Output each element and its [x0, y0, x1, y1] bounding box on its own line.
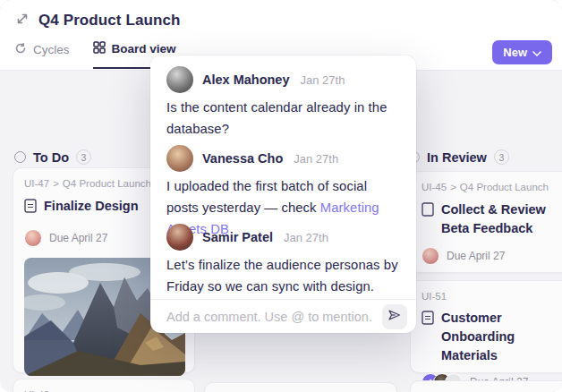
- card-project: Q4 Product Launch: [63, 178, 151, 189]
- comment-author: Alex Mahoney: [202, 72, 290, 87]
- card-collect-review-beta[interactable]: UI-45>Q4 Product Launch Collect & Review…: [410, 171, 562, 273]
- column-title: To Do: [33, 150, 69, 165]
- due-date: Due April 27: [447, 250, 505, 262]
- comment-date: Jan 27th: [294, 152, 338, 166]
- new-button[interactable]: New: [492, 40, 552, 64]
- document-icon: [422, 311, 434, 365]
- avatar: [166, 145, 193, 172]
- comment-author: Vanessa Cho: [202, 151, 283, 166]
- card-id: UI-51: [422, 291, 561, 302]
- comment-body: Let’s finalize the audience personas by …: [166, 254, 402, 297]
- expand-diagonal-arrow-icon[interactable]: [15, 12, 30, 30]
- comment-date: Jan 27th: [301, 73, 345, 87]
- avatar: [166, 224, 193, 251]
- column-count-badge: 3: [494, 149, 509, 165]
- comment-date: Jan 27th: [284, 231, 328, 244]
- column-title: In Review: [427, 150, 487, 165]
- assignee-avatar: [422, 247, 439, 265]
- tab-cycles[interactable]: Cycles: [14, 41, 70, 69]
- todo-status-circle-icon: [14, 151, 26, 163]
- card-press-release[interactable]: Finalize Press Release & Media Kit for L…: [204, 382, 397, 392]
- due-date: Due April 27: [49, 232, 107, 244]
- card-title: Collect & Review Beta Feedback: [441, 200, 561, 238]
- card-title: Finalize Design: [44, 197, 139, 218]
- board-grid-icon: [93, 41, 106, 56]
- comment-body: Is the content calendar already in the d…: [166, 97, 402, 140]
- document-icon: [422, 202, 434, 238]
- document-icon: [24, 199, 37, 218]
- tab-label: Board view: [112, 42, 176, 55]
- card-partnership-outreach[interactable]: UI-52 Partnership Outreach Em Due April …: [410, 380, 562, 392]
- comments-popup: Alex Mahoney Jan 27th Is the content cal…: [150, 55, 416, 333]
- comment-input[interactable]: [166, 310, 375, 324]
- card-customer-onboarding[interactable]: UI-51 Customer Onboarding Materials A +2…: [410, 280, 562, 373]
- comment-author: Samir Patel: [202, 230, 273, 244]
- tab-label: Cycles: [33, 43, 70, 56]
- breadcrumb-separator: >: [450, 182, 456, 192]
- card-id: UI-47: [24, 178, 49, 189]
- card-title: Customer Onboarding Materials: [441, 309, 561, 365]
- column-count-badge: 3: [76, 149, 91, 165]
- breadcrumb-separator: >: [53, 178, 59, 189]
- card-project: Q4 Product Launch: [460, 182, 549, 192]
- cycles-icon: [14, 42, 27, 57]
- breadcrumb: UI-45>Q4 Product Launch: [422, 182, 561, 192]
- new-button-label: New: [503, 46, 527, 59]
- assignee-avatar: [24, 229, 42, 247]
- app-window: To Do 3 UI-47>Q4 Product Launch Finalize…: [0, 0, 562, 392]
- page-title: Q4 Product Launch: [38, 12, 181, 30]
- send-icon: [387, 309, 402, 324]
- column-header-in-review: In Review 3: [408, 149, 509, 165]
- avatar: [166, 66, 193, 93]
- card-id: UI-45: [422, 182, 447, 192]
- comment-input-row: [150, 299, 416, 333]
- card-prep-training[interactable]: UI-48 Prep Training A +2 Due April 27: [13, 379, 195, 392]
- column-header-todo: To Do 3: [14, 149, 91, 165]
- chevron-down-icon: [532, 46, 541, 59]
- send-comment-button[interactable]: [382, 304, 407, 329]
